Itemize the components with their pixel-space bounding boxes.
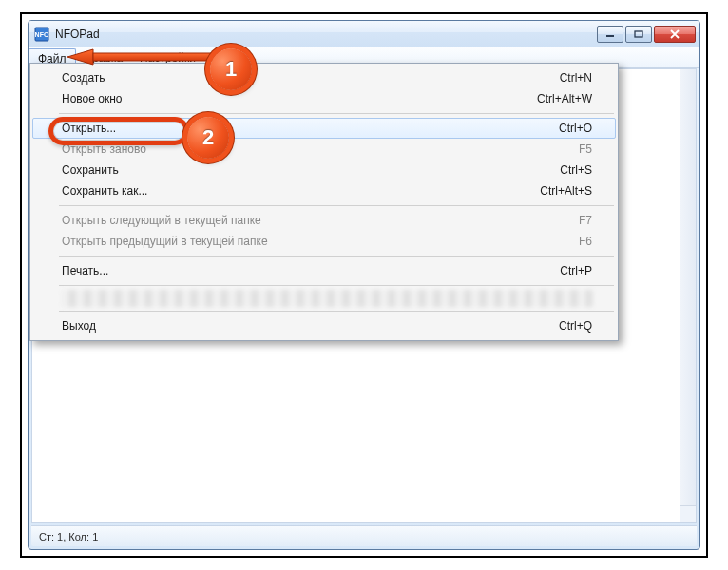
menuitem-3[interactable]: Открыть...Ctrl+O — [32, 118, 616, 139]
menuitem-label: Открыть заново — [62, 142, 146, 156]
menuitem-label: Открыть предыдущий в текущей папке — [62, 235, 268, 248]
menuitem-label: Печать... — [62, 264, 108, 277]
menuitem-9: Открыть предыдущий в текущей папкеF6 — [32, 231, 616, 252]
recent-files-blurred[interactable] — [61, 290, 593, 307]
menuitem-label: Открыть... — [62, 122, 116, 135]
menuitem-8: Открыть следующий в текущей папкеF7 — [32, 210, 616, 231]
menuitem-shortcut: Ctrl+N — [560, 71, 592, 85]
menuitem-shortcut: Ctrl+Alt+S — [540, 184, 592, 198]
menuitem-shortcut: F5 — [579, 142, 592, 156]
menuitem-4: Открыть зановоF5 — [32, 139, 616, 160]
svg-text:NFO: NFO — [35, 31, 49, 38]
menu-separator — [59, 205, 614, 206]
menuitem-15[interactable]: ВыходCtrl+Q — [32, 315, 616, 336]
menuitem-1[interactable]: Новое окноCtrl+Alt+W — [32, 88, 616, 109]
close-button[interactable] — [654, 26, 696, 43]
minimize-button[interactable] — [597, 26, 623, 43]
menuitem-label: Сохранить — [62, 163, 119, 177]
screenshot-frame: NFO NFOPad ФайлПравкаНастройкиВид — [20, 12, 708, 558]
svg-rect-3 — [635, 31, 642, 37]
file-menu-dropdown: СоздатьCtrl+NНовое окноCtrl+Alt+WОткрыть… — [29, 63, 619, 341]
annotation-badge-2: 2 — [187, 117, 229, 159]
menuitem-shortcut: Ctrl+O — [559, 122, 592, 135]
menuitem-shortcut: F7 — [579, 214, 592, 227]
menuitem-6[interactable]: Сохранить как...Ctrl+Alt+S — [32, 180, 616, 201]
svg-rect-2 — [606, 35, 614, 37]
menu-separator — [59, 311, 614, 312]
menuitem-label: Создать — [62, 71, 105, 85]
app-icon: NFO — [34, 27, 49, 42]
window-buttons — [597, 26, 696, 43]
menuitem-label: Открыть следующий в текущей папке — [62, 214, 261, 227]
menuitem-label: Сохранить как... — [62, 184, 147, 198]
cursor-position: Ст: 1, Кол: 1 — [39, 531, 98, 542]
vertical-scrollbar[interactable] — [680, 69, 696, 505]
menuitem-shortcut: Ctrl+S — [560, 163, 592, 177]
menuitem-shortcut: Ctrl+Q — [559, 319, 592, 332]
annotation-badge-1: 1 — [210, 48, 252, 90]
maximize-button[interactable] — [625, 26, 652, 43]
menu-separator — [59, 113, 614, 114]
window-title: NFOPad — [55, 28, 597, 41]
menuitem-shortcut: Ctrl+P — [560, 264, 592, 277]
scrollbar-corner — [680, 505, 696, 522]
menuitem-label: Выход — [62, 319, 96, 332]
menu-separator — [59, 285, 614, 286]
menuitem-5[interactable]: СохранитьCtrl+S — [32, 160, 616, 180]
menuitem-shortcut: F6 — [579, 235, 592, 248]
statusbar: Ст: 1, Кол: 1 — [31, 525, 697, 546]
menuitem-11[interactable]: Печать...Ctrl+P — [32, 260, 616, 281]
svg-rect-4 — [93, 53, 226, 61]
menuitem-shortcut: Ctrl+Alt+W — [537, 92, 592, 105]
annotation-arrow — [60, 43, 231, 71]
menuitem-label: Новое окно — [62, 92, 123, 105]
menu-separator — [59, 256, 614, 256]
